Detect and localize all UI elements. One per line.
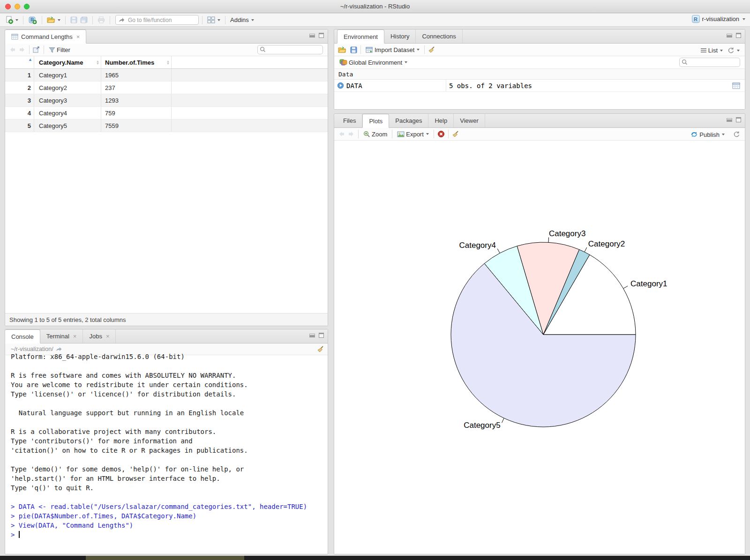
console-output[interactable]: Platform: x86_64-apple-darwin15.6.0 (64-… — [5, 352, 328, 554]
project-menu-button[interactable]: R r-visualization — [692, 15, 745, 23]
table-cell: 759 — [101, 107, 172, 119]
console-output-line — [11, 361, 328, 371]
table-cell: Category1 — [34, 69, 101, 81]
console-output-line: Type 'q()' to quit R. — [11, 483, 328, 493]
close-icon[interactable]: × — [73, 333, 77, 340]
tab-plots[interactable]: Plots — [362, 114, 389, 128]
print-icon — [98, 16, 105, 23]
forward-icon[interactable] — [18, 46, 26, 53]
maximize-pane-button[interactable] — [319, 333, 324, 338]
environment-toolbar: Import Dataset List — [334, 44, 745, 56]
filter-button[interactable]: Filter — [47, 45, 72, 54]
console-output-line: You are welcome to redistribute it under… — [11, 380, 328, 389]
column-header-category-name[interactable]: Category.Name▲▼ — [34, 56, 101, 68]
status-text: Showing 1 to 5 of 5 entries, 2 total col… — [9, 316, 126, 323]
goto-directory-icon[interactable] — [56, 346, 62, 352]
console-output-line: Type 'demo()' for some demos, 'help()' f… — [11, 464, 328, 474]
pane-buttons — [727, 33, 741, 38]
console-output-line: R is a collaborative project with many c… — [11, 427, 328, 436]
minimize-pane-button[interactable] — [727, 118, 732, 122]
tab-environment[interactable]: Environment — [337, 30, 384, 44]
refresh-plot-icon[interactable] — [733, 131, 740, 138]
popout-icon[interactable] — [33, 46, 40, 53]
tab-packages[interactable]: Packages — [389, 113, 428, 127]
new-project-button[interactable]: R — [27, 15, 38, 25]
console-output-line: Platform: x86_64-apple-darwin15.6.0 (64-… — [11, 352, 328, 361]
tab-connections[interactable]: Connections — [416, 29, 462, 43]
back-icon[interactable] — [9, 46, 16, 53]
pie-label: Category5 — [464, 421, 500, 430]
close-window-button[interactable] — [5, 4, 11, 9]
remove-plot-icon[interactable] — [437, 130, 445, 138]
tab-viewer[interactable]: Viewer — [454, 113, 485, 127]
import-dataset-label: Import Dataset — [375, 46, 414, 53]
row-number-header[interactable]: ▲ — [5, 56, 34, 68]
table-cell: Category2 — [34, 82, 101, 94]
minimize-window-button[interactable] — [15, 4, 20, 9]
maximize-pane-button[interactable] — [736, 117, 741, 122]
import-table-icon — [366, 47, 373, 53]
panes-layout-button[interactable] — [206, 15, 222, 24]
object-name-cell: DATA — [334, 82, 446, 90]
new-file-button[interactable] — [4, 15, 20, 25]
list-view-button[interactable]: List — [699, 46, 724, 55]
maximize-pane-button[interactable] — [319, 33, 324, 38]
pie-label-tick — [502, 418, 504, 423]
print-button[interactable] — [96, 15, 106, 24]
clear-plots-icon[interactable] — [452, 131, 459, 137]
tab-label: Environment — [344, 33, 378, 40]
tab-help[interactable]: Help — [428, 113, 454, 127]
zoom-plot-button[interactable]: Zoom — [362, 130, 389, 139]
publish-label: Publish — [699, 131, 720, 138]
close-icon[interactable]: × — [106, 333, 110, 340]
tab-history[interactable]: History — [384, 29, 416, 43]
view-data-icon[interactable] — [732, 82, 740, 89]
filter-funnel-icon — [49, 47, 55, 53]
export-plot-button[interactable]: Export — [396, 130, 430, 139]
open-file-button[interactable] — [45, 15, 62, 24]
table-cell: 237 — [101, 82, 172, 94]
environment-object-row[interactable]: DATA 5 obs. of 2 variables — [334, 80, 745, 92]
expand-object-icon[interactable] — [337, 82, 344, 89]
column-header-number-of-times[interactable]: Number.of.Times▲▼ — [101, 56, 172, 68]
publish-icon — [690, 131, 698, 138]
viewer-toolbar: Filter — [5, 44, 328, 56]
console-output-line: Type 'license()' or 'licence()' for dist… — [11, 389, 328, 399]
save-all-button[interactable] — [79, 15, 89, 24]
console-pane: Console Terminal× Jobs× ~/r-visualizatio… — [5, 329, 328, 554]
global-environment-button[interactable]: Global Environment — [338, 58, 409, 67]
tab-command-lengths[interactable]: Command Lengths × — [5, 30, 86, 44]
table-cell: 1965 — [101, 69, 172, 81]
goto-file-input[interactable] — [115, 15, 199, 25]
pie-label: Category1 — [630, 279, 667, 288]
tab-label: Console — [11, 333, 34, 340]
chevron-down-icon — [58, 19, 60, 21]
tab-terminal[interactable]: Terminal× — [40, 329, 83, 343]
minimize-pane-button[interactable] — [309, 34, 315, 37]
console-output-line: Natural language support but running in … — [11, 408, 328, 418]
import-dataset-button[interactable]: Import Dataset — [364, 45, 421, 54]
save-button[interactable] — [69, 15, 79, 24]
tab-console[interactable]: Console — [5, 329, 40, 343]
minimize-pane-button[interactable] — [309, 334, 315, 337]
refresh-environment-button[interactable] — [726, 46, 741, 55]
tab-label: Plots — [369, 118, 382, 125]
clear-environment-icon[interactable] — [428, 46, 435, 53]
addins-label: Addins — [230, 16, 249, 23]
dock-strip — [0, 556, 750, 560]
open-workspace-icon[interactable] — [338, 46, 346, 53]
addins-button[interactable]: Addins — [229, 15, 255, 24]
viewer-search-input[interactable] — [257, 45, 323, 54]
save-workspace-icon[interactable] — [350, 46, 357, 53]
close-icon[interactable]: × — [76, 33, 80, 40]
tab-files[interactable]: Files — [337, 113, 362, 127]
clear-console-icon[interactable] — [317, 346, 324, 352]
zoom-window-button[interactable] — [24, 4, 30, 9]
publish-button[interactable]: Publish — [689, 130, 726, 139]
tab-jobs[interactable]: Jobs× — [83, 329, 116, 343]
previous-plot-icon[interactable] — [338, 131, 345, 137]
environment-search-input[interactable] — [679, 58, 740, 67]
maximize-pane-button[interactable] — [736, 33, 741, 38]
next-plot-icon[interactable] — [347, 131, 355, 137]
minimize-pane-button[interactable] — [727, 34, 732, 37]
